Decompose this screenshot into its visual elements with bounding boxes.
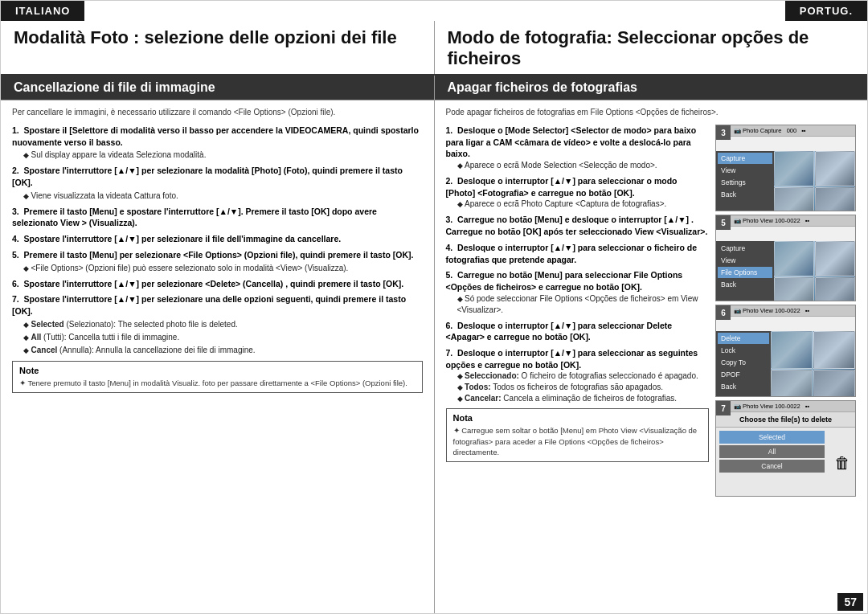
right-content-area: 1. Desloque o [Mode Selector] <Selector … bbox=[446, 125, 857, 607]
thumb5-3 bbox=[774, 277, 814, 302]
page: ITALIANO PORTUG. Modalità Foto : selezio… bbox=[0, 0, 868, 614]
right-step-5-title: 5. Carregue no botão [Menu] para selecci… bbox=[446, 269, 710, 293]
left-step-1: 1. Spostare il [Selettore di modalità ve… bbox=[12, 125, 423, 161]
thumb1 bbox=[774, 151, 814, 186]
step5-badge: 5 bbox=[716, 215, 731, 230]
left-step-1-note: Sul display appare la videata Seleziona … bbox=[23, 149, 423, 161]
screenshot5-header: 📷 Photo View 100-0022 ▪▪ bbox=[731, 215, 855, 227]
right-nota-label: Nota bbox=[453, 413, 702, 423]
right-step-7: 7. Desloque o interruptor [▲/▼] para sel… bbox=[446, 347, 710, 404]
menu5-view: View bbox=[718, 255, 772, 266]
title-italian: Modalità Foto : selezione delle opzioni … bbox=[1, 21, 435, 74]
screenshot3-label: 📷 Photo Capture 000 ▪▪ bbox=[734, 127, 806, 134]
left-step-3-title: 3. Premere il tasto [Menu] e spostare l'… bbox=[12, 206, 423, 229]
choose-option-selected: Selected bbox=[719, 431, 825, 444]
left-step-7-note-cancel: Cancel (Annulla): Annulla la cancellazio… bbox=[23, 345, 423, 356]
right-column: Pode apagar ficheiros de fotografias em … bbox=[435, 100, 868, 613]
screenshot-step6: 6 📷 Photo View 100-0022 ▪▪ Delete Lock C… bbox=[715, 305, 856, 397]
thumb4 bbox=[815, 187, 855, 212]
screenshot-step7: 7 📷 Photo View 100-0022 ▪▪ Choose the fi… bbox=[715, 400, 856, 497]
left-step-2-note: Viene visualizzata la videata Cattura fo… bbox=[23, 190, 423, 202]
right-nota-box: Nota ✦ Carregue sem soltar o botão [Menu… bbox=[446, 408, 710, 462]
title-portuguese: Modo de fotografia: Seleccionar opções d… bbox=[435, 21, 868, 74]
thumb5-2 bbox=[815, 241, 855, 276]
left-step-7: 7. Spostare l'interruttore [▲/▼] per sel… bbox=[12, 293, 423, 355]
right-step-1-title: 1. Desloque o [Mode Selector] <Selector … bbox=[446, 125, 710, 160]
left-step-7-note-selected: Selected (Selezionato): The selected pho… bbox=[23, 319, 423, 330]
menu6-dpof: DPOF bbox=[718, 369, 769, 380]
right-steps: 1. Desloque o [Mode Selector] <Selector … bbox=[446, 125, 710, 607]
language-header: ITALIANO PORTUG. bbox=[1, 1, 867, 21]
thumb6-4 bbox=[813, 370, 855, 397]
left-step-7-title: 7. Spostare l'interruttore [▲/▼] per sel… bbox=[12, 293, 423, 317]
step6-badge: 6 bbox=[716, 305, 731, 320]
right-nota-text: ✦ Carregue sem soltar o botão [Menu] em … bbox=[453, 425, 702, 457]
screenshot6-label: 📷 Photo View 100-0022 ▪▪ bbox=[734, 307, 809, 314]
thumb6-1 bbox=[771, 331, 813, 369]
choose-option-cancel: Cancel bbox=[719, 460, 825, 473]
screenshot3-header: 📷 Photo Capture 000 ▪▪ bbox=[731, 125, 855, 137]
section-heading-portuguese: Apagar ficheiros de fotografias bbox=[435, 76, 868, 100]
menu3-back: Back bbox=[718, 189, 772, 200]
screenshot6-menu: Delete Lock Copy To DPOF Back bbox=[716, 331, 771, 397]
menu5-back: Back bbox=[718, 279, 772, 290]
right-step-2-note: Aparece o ecrã Photo Capture <Captura de… bbox=[457, 199, 710, 210]
left-intro: Per cancellare le immagini, è necessario… bbox=[12, 107, 423, 118]
language-tab-portuguese: PORTUG. bbox=[785, 1, 867, 21]
thumb5-1 bbox=[774, 241, 814, 276]
thumb5-4 bbox=[815, 277, 855, 302]
left-step-5-note: <File Options> (Opzioni file) può essere… bbox=[23, 263, 423, 274]
menu6-copyto: Copy To bbox=[718, 357, 769, 368]
screenshot5-label: 📷 Photo View 100-0022 ▪▪ bbox=[734, 217, 809, 224]
left-step-5-title: 5. Premere il tasto [Menu] per seleziona… bbox=[12, 249, 423, 261]
section-heading-italian: Cancellazione di file di immagine bbox=[1, 76, 435, 100]
right-step-5-note: Só pode seleccionar File Options <Opções… bbox=[457, 293, 710, 316]
menu5-capture: Capture bbox=[718, 243, 772, 254]
main-title-row: Modalità Foto : selezione delle opzioni … bbox=[1, 21, 867, 76]
screenshot6-header: 📷 Photo View 100-0022 ▪▪ bbox=[731, 305, 855, 317]
choose-title-text: Choose the file(s) to delete bbox=[716, 412, 855, 428]
left-step-4-title: 4. Spostare l'interruttore [▲/▼] per sel… bbox=[12, 233, 423, 245]
screenshot3-content: Capture View Settings Back bbox=[716, 151, 855, 211]
screenshot5-photo bbox=[774, 241, 855, 301]
screenshot6-photo bbox=[771, 331, 855, 397]
trash-area: 🗑 bbox=[831, 428, 855, 476]
trash-icon: 🗑 bbox=[834, 454, 850, 473]
right-step-5: 5. Carregue no botão [Menu] para selecci… bbox=[446, 269, 710, 315]
left-note-label: Note bbox=[19, 366, 416, 375]
page-number: 57 bbox=[837, 593, 863, 611]
screenshot6-content: Delete Lock Copy To DPOF Back bbox=[716, 331, 855, 397]
left-step-4: 4. Spostare l'interruttore [▲/▼] per sel… bbox=[12, 233, 423, 245]
thumb2 bbox=[815, 151, 855, 186]
right-step-7-title: 7. Desloque o interruptor [▲/▼] para sel… bbox=[446, 347, 710, 370]
right-step-1-note: Aparece o ecrã Mode Selection <Selecção … bbox=[457, 160, 710, 171]
menu6-lock: Lock bbox=[718, 345, 769, 356]
right-step-2: 2. Desloque o interruptor [▲/▼] para sel… bbox=[446, 175, 710, 210]
right-step-6: 6. Desloque o interruptor [▲/▼] para sel… bbox=[446, 320, 710, 343]
section-headers: Cancellazione di file di immagine Apagar… bbox=[1, 76, 867, 100]
right-intro: Pode apagar ficheiros de fotografias em … bbox=[446, 107, 857, 118]
right-step-2-title: 2. Desloque o interruptor [▲/▼] para sel… bbox=[446, 175, 710, 199]
menu6-delete: Delete bbox=[718, 333, 769, 344]
left-step-7-note-all: All (Tutti): Cancella tutti i file di im… bbox=[23, 332, 423, 343]
menu3-capture: Capture bbox=[718, 153, 772, 164]
right-step-7-note-selected: Seleccionado: O ficheiro de fotografias … bbox=[457, 370, 710, 382]
screenshot3-photo bbox=[774, 151, 855, 211]
step3-badge: 3 bbox=[716, 125, 731, 140]
right-step-1: 1. Desloque o [Mode Selector] <Selector … bbox=[446, 125, 710, 171]
screenshot5-menu: Capture View File Options Back bbox=[716, 241, 774, 301]
left-note-box: Note ✦ Tenere premuto il tasto [Menu] in… bbox=[12, 361, 423, 393]
right-step-4-title: 4. Desloque o interruptor [▲/▼] para sel… bbox=[446, 242, 710, 265]
left-step-6: 6. Spostare l'interruttore [▲/▼] per sel… bbox=[12, 278, 423, 290]
screenshot5-content: Capture View File Options Back bbox=[716, 241, 855, 301]
screenshot-step3: 3 📷 Photo Capture 000 ▪▪ Capture View Se… bbox=[715, 125, 856, 211]
thumb6-3 bbox=[771, 370, 813, 397]
menu3-settings: Settings bbox=[718, 177, 772, 188]
screenshot7-label: 📷 Photo View 100-0022 ▪▪ bbox=[734, 403, 809, 410]
thumb6-2 bbox=[813, 331, 855, 369]
right-step-4: 4. Desloque o interruptor [▲/▼] para sel… bbox=[446, 242, 710, 265]
screenshot3-menu: Capture View Settings Back bbox=[716, 151, 774, 211]
left-column: Per cancellare le immagini, è necessario… bbox=[1, 100, 435, 613]
menu3-view: View bbox=[718, 165, 772, 176]
right-screenshots: 3 📷 Photo Capture 000 ▪▪ Capture View Se… bbox=[715, 125, 856, 607]
